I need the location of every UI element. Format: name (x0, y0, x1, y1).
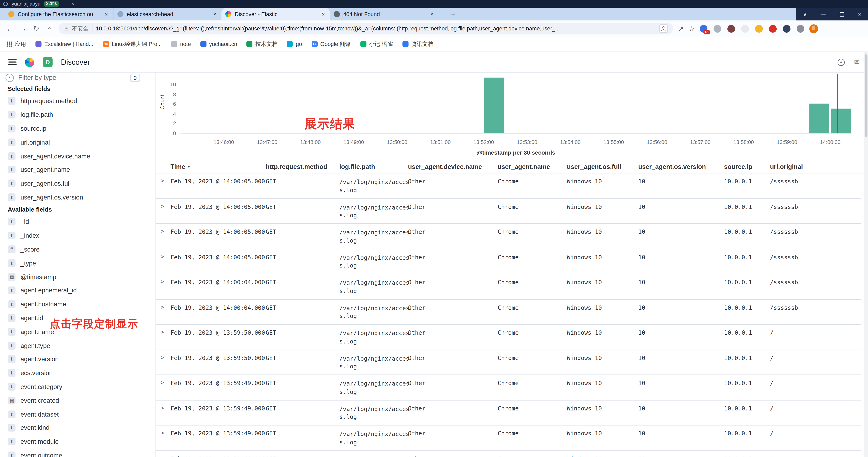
expand-row-icon[interactable]: > (161, 228, 164, 235)
field-item-event.kind[interactable]: tevent.kind (0, 421, 155, 435)
field-item-ecs.version[interactable]: tecs.version (0, 366, 155, 380)
expand-row-icon[interactable]: > (161, 303, 164, 310)
browser-tab[interactable]: Configure the Elasticsearch ou× (4, 8, 113, 21)
histogram-bar[interactable] (485, 77, 505, 133)
field-item-agent.version[interactable]: tagent.version (0, 352, 155, 366)
ext-blue-icon[interactable]: 13 (700, 25, 707, 32)
scrollbar-thumb[interactable] (865, 54, 868, 137)
field-item-event.created[interactable]: ▦event.created (0, 394, 155, 407)
bookmark-item[interactable]: 腾讯文档 (402, 40, 433, 48)
expand-row-icon[interactable]: > (161, 354, 164, 361)
histogram-bar[interactable] (831, 109, 851, 133)
field-item-agent.hostname[interactable]: tagent.hostname (0, 297, 155, 311)
field-item-user_agent.device.name[interactable]: tuser_agent.device.name (0, 149, 155, 163)
histogram-bar[interactable] (809, 104, 830, 133)
page-scrollbar[interactable] (864, 52, 868, 457)
bookmark-item[interactable]: GGoogle 翻译 (311, 40, 351, 48)
field-item-@timestamp[interactable]: ▦@timestamp (0, 270, 155, 284)
new-tab-button[interactable]: + (448, 9, 458, 19)
field-item-_score[interactable]: #_score (0, 242, 155, 256)
expand-row-icon[interactable]: > (161, 329, 164, 336)
field-item-user_agent.os.version[interactable]: tuser_agent.os.version (0, 190, 155, 204)
ext-circle-icon[interactable] (741, 25, 749, 32)
field-item-_index[interactable]: t_index (0, 229, 155, 242)
expand-row-icon[interactable]: > (161, 455, 164, 457)
field-item-user_agent.name[interactable]: tuser_agent.name (0, 163, 155, 177)
field-item-_type[interactable]: t_type (0, 256, 155, 270)
field-item-event.dataset[interactable]: tevent.dataset (0, 407, 155, 421)
field-item-event.outcome[interactable]: tevent.outcome (0, 449, 155, 457)
apps-shortcut[interactable]: 应用 (7, 40, 26, 48)
field-item-agent.type[interactable]: tagent.type (0, 339, 155, 352)
bookmark-item[interactable]: go (287, 41, 302, 47)
share-icon[interactable]: ↗ (678, 25, 684, 32)
field-item-http.request.method[interactable]: thttp.request.method (0, 94, 155, 108)
home-icon[interactable]: ⌂ (45, 24, 54, 33)
back-icon[interactable]: ← (5, 24, 14, 33)
bookmark-item[interactable]: 技术文档 (247, 40, 278, 48)
bookmark-item[interactable]: note (171, 41, 191, 47)
ext-red-icon[interactable] (769, 25, 777, 32)
column-header-os_full[interactable]: user_agent.os.full (567, 163, 621, 170)
browser-tab[interactable]: 404 Not Found× (330, 8, 438, 21)
field-item-user_agent.os.full[interactable]: tuser_agent.os.full (0, 177, 155, 190)
bookmark-item[interactable]: 小记·语雀 (360, 40, 393, 48)
field-item-_id[interactable]: t_id (0, 215, 155, 229)
column-header-source_ip[interactable]: source.ip (724, 163, 752, 170)
bookmark-item[interactable]: yuchaoit.cn (200, 41, 237, 47)
column-header-name[interactable]: user_agent.name (498, 163, 550, 170)
field-item-event.category[interactable]: tevent.category (0, 380, 155, 394)
expand-row-icon[interactable]: > (161, 177, 164, 184)
tab-close-icon[interactable]: × (212, 11, 218, 17)
url-text[interactable]: 10.0.0.18:5601/app/discover#/?_g=(filter… (96, 26, 656, 32)
bookmark-item[interactable]: OnLinux经课大纲 Pro... (103, 40, 162, 48)
ext-bulb-icon[interactable] (755, 25, 763, 32)
help-icon[interactable] (838, 58, 845, 65)
field-item-log.file.path[interactable]: tlog.file.path (0, 108, 155, 121)
background-window-close-icon[interactable]: × (71, 1, 74, 6)
column-header-path[interactable]: log.file.path (339, 163, 375, 170)
table-row: >Feb 19, 2023 @ 14:00:05.000GET/var/log/… (156, 173, 861, 198)
expand-row-icon[interactable]: > (161, 203, 164, 210)
column-header-os_version[interactable]: user_agent.os.version (638, 163, 706, 170)
expand-row-icon[interactable]: > (161, 278, 164, 285)
tab-search-icon[interactable]: ∨ (803, 11, 807, 17)
bookmark-item[interactable]: Excalidraw | Hand... (35, 41, 93, 47)
field-item-source.ip[interactable]: tsource.ip (0, 122, 155, 135)
reload-icon[interactable]: ↻ (32, 24, 40, 33)
menu-hamburger-icon[interactable] (8, 59, 17, 65)
expand-row-icon[interactable]: > (161, 404, 164, 411)
address-bar[interactable]: ⚠ 不安全 10.0.0.18:5601/app/discover#/?_g=(… (59, 23, 673, 34)
close-button[interactable]: × (858, 11, 861, 17)
profile-avatar[interactable] (809, 24, 818, 33)
forward-icon[interactable]: → (19, 24, 27, 33)
expand-row-icon[interactable]: > (161, 429, 164, 436)
field-item-url.original[interactable]: turl.original (0, 135, 155, 149)
elastic-logo[interactable] (25, 57, 34, 67)
minimize-button[interactable]: — (821, 11, 826, 17)
tab-close-icon[interactable]: × (429, 11, 435, 17)
browser-tab[interactable]: Discover - Elastic× (221, 8, 330, 21)
translate-icon[interactable]: 文 (659, 24, 668, 33)
tab-close-icon[interactable]: × (320, 11, 326, 17)
browser-tab[interactable]: elasticsearch-head× (113, 8, 221, 21)
mail-icon[interactable]: ✉ (854, 58, 860, 66)
filter-by-type[interactable]: ▾ Filter by type 0 (5, 73, 140, 84)
field-item-agent.ephemeral_id[interactable]: tagent.ephemeral_id (0, 284, 155, 297)
bookmark-star-icon[interactable]: ☆ (689, 25, 694, 32)
column-header-method[interactable]: http.request.method (266, 163, 327, 170)
ext-puzzle-icon[interactable] (797, 25, 804, 32)
column-header-device[interactable]: user_agent.device.name (408, 163, 482, 170)
column-header-time[interactable]: Time▼ (170, 163, 191, 170)
security-label[interactable]: 不安全 (72, 25, 89, 32)
expand-row-icon[interactable]: > (161, 379, 164, 386)
field-item-event.module[interactable]: tevent.module (0, 435, 155, 449)
expand-row-icon[interactable]: > (161, 253, 164, 260)
space-badge[interactable]: D (43, 57, 53, 67)
maximize-button[interactable] (840, 12, 844, 16)
ext-bars-icon[interactable] (727, 25, 735, 32)
ext-gray-icon[interactable] (714, 25, 721, 32)
column-header-url[interactable]: url.original (770, 163, 803, 170)
ext-dark-icon[interactable] (783, 25, 790, 32)
tab-close-icon[interactable]: × (104, 11, 109, 17)
